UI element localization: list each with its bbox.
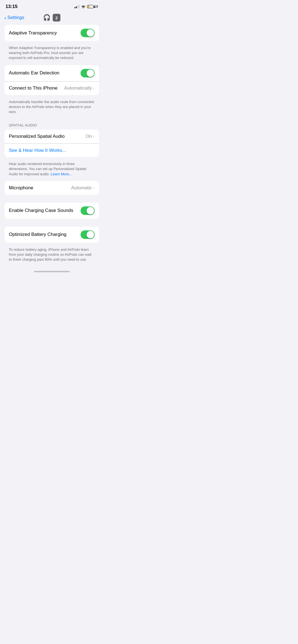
connect-iphone-label: Connect to This iPhone: [9, 85, 57, 91]
toggle-knob-battery: [87, 231, 94, 238]
charging-case-sounds-card: Enable Charging Case Sounds: [4, 203, 99, 219]
status-time: 13:15: [6, 4, 17, 9]
adaptive-transparency-desc: When Adaptive Transparency is enabled an…: [4, 43, 99, 65]
adaptive-transparency-row: Adaptive Transparency: [4, 25, 99, 41]
toggle-knob-ear: [87, 69, 94, 77]
microphone-value-text: Automatic: [71, 185, 92, 191]
back-chevron-icon: ‹: [4, 15, 6, 20]
spatial-audio-header: SPATIAL AUDIO: [4, 119, 99, 130]
personalized-spatial-audio-value: On ›: [86, 134, 95, 139]
adaptive-transparency-label: Adaptive Transparency: [9, 30, 57, 36]
connect-iphone-chevron-icon: ›: [93, 85, 95, 91]
toggle-knob-charging: [87, 207, 94, 214]
spatial-audio-card: Personalized Spatial Audio On › See & He…: [4, 130, 99, 157]
optimized-battery-toggle[interactable]: [81, 230, 95, 239]
adaptive-transparency-card: Adaptive Transparency: [4, 25, 99, 41]
optimized-battery-row: Optimized Battery Charging: [4, 227, 99, 243]
personalized-spatial-audio-row[interactable]: Personalized Spatial Audio On ›: [4, 130, 99, 143]
automatic-ear-detection-toggle[interactable]: [81, 69, 95, 77]
optimized-battery-card: Optimized Battery Charging: [4, 227, 99, 243]
wifi-icon: [81, 5, 86, 8]
nav-badge: 2: [53, 14, 60, 21]
status-bar: 13:15 19: [0, 0, 103, 12]
nav-bar: ‹ Settings 🎧 2: [0, 12, 103, 25]
home-indicator: [34, 271, 70, 272]
ear-detection-card: Automatic Ear Detection Connect to This …: [4, 65, 99, 95]
connect-iphone-value-text: Automatically: [64, 85, 92, 91]
microphone-row[interactable]: Microphone Automatic ›: [4, 181, 99, 195]
charging-case-sounds-toggle[interactable]: [81, 206, 95, 215]
optimized-battery-label: Optimized Battery Charging: [9, 232, 66, 237]
battery-icon: 19: [87, 5, 98, 9]
settings-content: Adaptive Transparency When Adaptive Tran…: [0, 25, 103, 274]
learn-more-link[interactable]: Learn More...: [51, 172, 72, 176]
headphones-icon: 🎧: [43, 14, 50, 21]
toggle-knob: [87, 29, 94, 37]
back-button[interactable]: ‹ Settings: [4, 15, 24, 20]
connect-iphone-desc: Automatically transfer the audio route f…: [4, 97, 99, 119]
connect-iphone-value: Automatically ›: [64, 85, 95, 91]
connect-iphone-row[interactable]: Connect to This iPhone Automatically ›: [4, 81, 99, 95]
personalized-spatial-audio-label: Personalized Spatial Audio: [9, 134, 65, 139]
back-label: Settings: [7, 15, 24, 20]
charging-case-sounds-row: Enable Charging Case Sounds: [4, 203, 99, 219]
see-hear-label: See & Hear How It Works...: [9, 148, 66, 153]
optimized-battery-desc: To reduce battery aging, iPhone and AirP…: [4, 245, 99, 267]
adaptive-transparency-toggle[interactable]: [81, 29, 95, 37]
automatic-ear-detection-row: Automatic Ear Detection: [4, 65, 99, 81]
spatial-audio-desc: Hear audio rendered immersively in three…: [4, 159, 99, 181]
microphone-label: Microphone: [9, 185, 33, 191]
see-hear-row[interactable]: See & Hear How It Works...: [4, 143, 99, 157]
microphone-chevron-icon: ›: [93, 185, 95, 191]
signal-icon: [74, 5, 79, 8]
charging-case-sounds-label: Enable Charging Case Sounds: [9, 208, 73, 213]
automatic-ear-detection-label: Automatic Ear Detection: [9, 70, 59, 76]
status-icons: 19: [74, 5, 98, 9]
battery-level: 19: [94, 5, 98, 9]
microphone-value: Automatic ›: [71, 185, 95, 191]
personalized-spatial-audio-value-text: On: [86, 134, 92, 139]
microphone-card: Microphone Automatic ›: [4, 181, 99, 195]
spatial-audio-desc-text: Hear audio rendered immersively in three…: [9, 162, 86, 176]
spatial-audio-chevron-icon: ›: [93, 134, 95, 139]
nav-title: 🎧 2: [43, 14, 60, 21]
